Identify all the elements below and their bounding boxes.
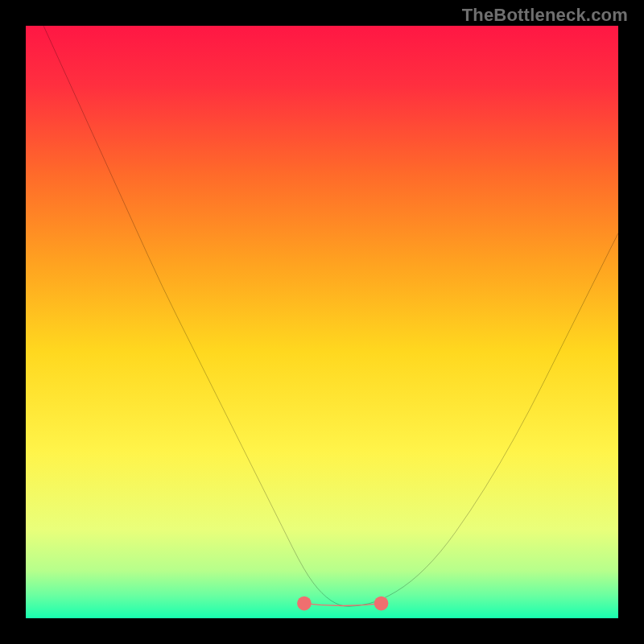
curve-layer bbox=[26, 26, 618, 618]
optimal-range-highlight bbox=[297, 597, 388, 611]
chart-frame: TheBottleneck.com bbox=[0, 0, 644, 644]
plot-area bbox=[26, 26, 618, 618]
svg-point-2 bbox=[374, 597, 389, 611]
watermark-text: TheBottleneck.com bbox=[462, 5, 628, 26]
svg-point-1 bbox=[297, 597, 312, 611]
bottleneck-curve bbox=[43, 26, 618, 606]
